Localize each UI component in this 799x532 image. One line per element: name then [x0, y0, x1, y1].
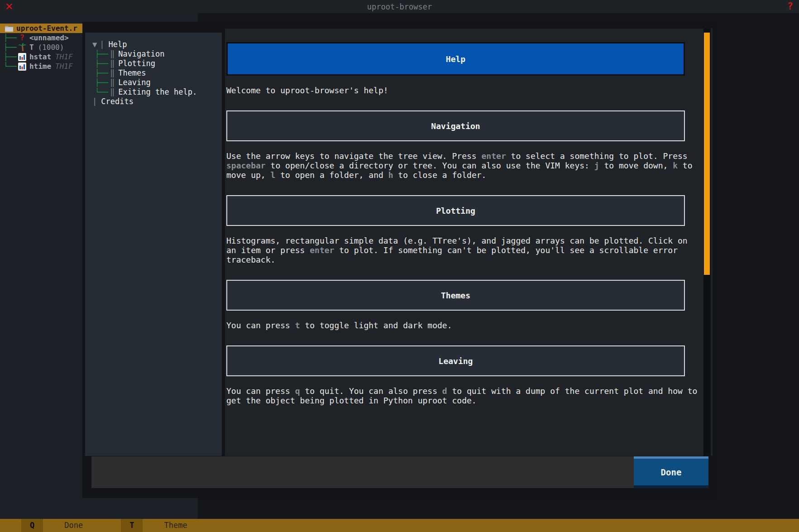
tree-item-type: TH1F [55, 52, 73, 62]
toc-item-label: Themes [118, 68, 146, 77]
paragraph-line: traceback. [226, 255, 700, 264]
toc-marker: ‖ [110, 78, 115, 87]
help-dialog: ▼|Help├──‖Navigation├──‖Plotting├──‖Them… [82, 22, 716, 498]
text-segment: to move down, [599, 161, 673, 170]
text-segment: move up, [226, 170, 271, 180]
footer-key-label: Done [43, 519, 105, 532]
paragraph-line: get the object being plotted in Python u… [226, 396, 700, 405]
text-segment: Use the arrow keys to navigate the tree … [226, 151, 482, 161]
folder-icon [4, 24, 14, 33]
tree-item-label: T [29, 43, 34, 52]
text-segment: an item or press [226, 245, 310, 255]
scrollbar-thumb[interactable] [704, 33, 710, 275]
key-name: enter [482, 151, 506, 161]
uproot-browser-screen: ✕ uproot-browser ? uproot-Event.r├── ?<u… [0, 0, 799, 532]
key-name: d [442, 386, 447, 396]
toc-marker: ‖ [110, 68, 115, 77]
key-name: k [673, 161, 678, 170]
key-name: l [271, 170, 276, 180]
tree-guide: └── [4, 62, 17, 71]
text-segment: You can press [226, 386, 295, 396]
text-segment: Welcome to uproot-browser's help! [226, 86, 388, 95]
section-paragraph: Histograms, rectangular simple data (e.g… [226, 236, 700, 264]
key-name: j [594, 161, 599, 170]
toc-marker: | [92, 97, 97, 106]
section-paragraph: Welcome to uproot-browser's help! [226, 86, 700, 95]
footer-key: T [121, 519, 143, 532]
toc-item-credits[interactable]: |Credits [85, 97, 222, 106]
question-icon: ? [17, 34, 28, 43]
error-indicator-icon: ? [787, 0, 793, 12]
close-icon[interactable]: ✕ [5, 0, 13, 13]
text-segment: to open/close a directory or tree. You c… [266, 161, 594, 170]
footer-binding-theme[interactable]: TTheme [121, 519, 209, 532]
tree-item-label: hstat [29, 52, 51, 62]
toc-item-label: Plotting [118, 59, 155, 68]
histogram-icon [17, 53, 28, 62]
section-paragraph: You can press q to quit. You can also pr… [226, 386, 700, 405]
toc-guide: ├── [95, 59, 108, 68]
toc-item-help[interactable]: ▼|Help [85, 40, 222, 49]
collapse-arrow-icon[interactable]: ▼ [92, 40, 97, 49]
footer-key: Q [21, 519, 43, 532]
toc-item-label: Leaving [118, 78, 151, 87]
section-heading-label: Plotting [436, 206, 475, 216]
toc-item-label: Navigation [118, 49, 164, 58]
footer-key-label: Theme [143, 519, 209, 532]
paragraph-line: Histograms, rectangular simple data (e.g… [226, 236, 700, 245]
toc-item-navigation[interactable]: ├──‖Navigation [85, 49, 222, 59]
help-dialog-footer: Done [91, 456, 708, 488]
footer-keybinding-bar: QDoneTTheme [0, 519, 799, 532]
toc-guide: ├── [95, 69, 108, 77]
paragraph-line: Welcome to uproot-browser's help! [226, 86, 700, 95]
paragraph-line: Use the arrow keys to navigate the tree … [226, 151, 700, 161]
paragraph-line: move up, l to open a folder, and h to cl… [226, 170, 700, 180]
help-content: HelpWelcome to uproot-browser's help!Nav… [226, 42, 700, 421]
toc-guide: └── [95, 88, 108, 96]
section-heading-themes: Themes [226, 280, 685, 311]
key-name: spacebar [226, 161, 266, 170]
toc-item-label: Exiting the help. [118, 87, 197, 96]
section-heading-label: Help [446, 54, 465, 64]
section-heading-navigation: Navigation [226, 110, 685, 141]
text-segment: to quit with a dump of the current plot … [447, 386, 698, 396]
toc-marker: ‖ [110, 59, 115, 68]
toc-marker: ‖ [110, 87, 115, 96]
scrollbar-track[interactable] [703, 29, 711, 456]
toc-item-exitingthehelp[interactable]: └──‖Exiting the help. [85, 87, 222, 97]
toc-marker: ‖ [110, 49, 115, 58]
toc-spacer [85, 33, 222, 40]
toc-item-label: Help [109, 40, 127, 49]
tree-item-label: <unnamed> [29, 33, 69, 43]
done-button[interactable]: Done [634, 456, 708, 488]
footer-binding-done[interactable]: QDone [21, 519, 105, 532]
section-heading-help: Help [226, 42, 685, 76]
section-heading-plotting: Plotting [226, 195, 685, 226]
text-segment: get the object being plotted in Python u… [226, 396, 477, 405]
section-heading-label: Navigation [431, 121, 480, 131]
toc-item-leaving[interactable]: ├──‖Leaving [85, 78, 222, 87]
paragraph-line: spacebar to open/close a directory or tr… [226, 161, 700, 170]
text-segment: to plot. If something can't be plotted, … [334, 245, 678, 255]
section-heading-leaving: Leaving [226, 345, 685, 376]
help-toc-pane: ▼|Help├──‖Navigation├──‖Plotting├──‖Them… [85, 33, 222, 456]
paragraph-line: an item or press enter to plot. If somet… [226, 245, 700, 255]
paragraph-line: You can press q to quit. You can also pr… [226, 386, 700, 396]
key-name: t [295, 321, 300, 330]
section-heading-label: Themes [441, 291, 470, 300]
tree-guide: ├── [4, 43, 17, 52]
paragraph-line: You can press t to toggle light and dark… [226, 321, 700, 330]
toc-marker: | [100, 40, 104, 49]
help-content-pane: HelpWelcome to uproot-browser's help!Nav… [225, 29, 713, 456]
text-segment: to toggle light and dark mode. [300, 321, 452, 330]
text-segment: Histograms, rectangular simple data (e.g… [226, 236, 688, 245]
tree-item-label: htime [29, 62, 51, 71]
toc-item-plotting[interactable]: ├──‖Plotting [85, 59, 222, 68]
toc-item-themes[interactable]: ├──‖Themes [85, 68, 222, 78]
text-segment: to close a folder. [393, 170, 486, 180]
window-title: uproot-browser [0, 2, 799, 11]
key-name: enter [310, 245, 334, 255]
palm-icon [17, 43, 28, 52]
section-paragraph: Use the arrow keys to navigate the tree … [226, 151, 700, 180]
tree-item-type: (1000) [38, 43, 64, 52]
